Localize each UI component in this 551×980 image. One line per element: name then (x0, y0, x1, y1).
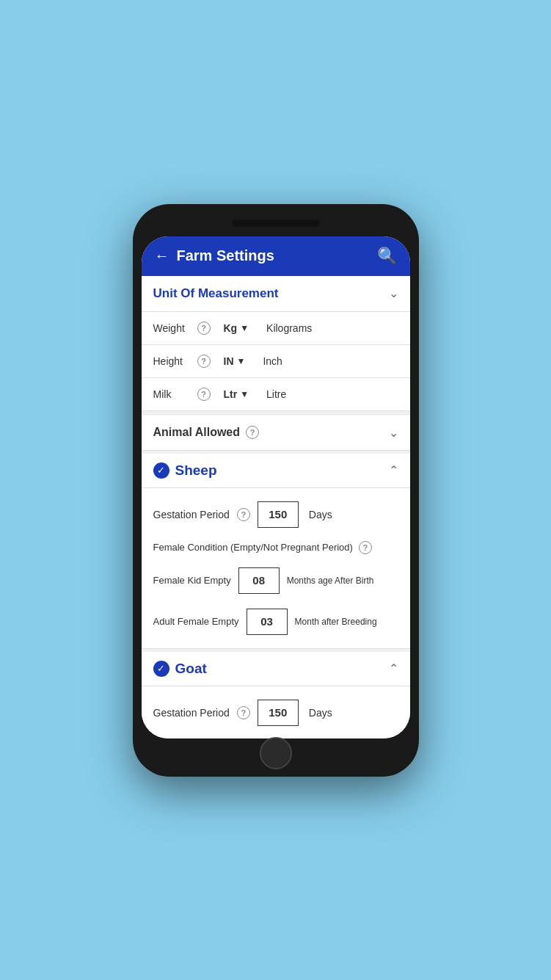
search-icon[interactable]: 🔍 (377, 247, 397, 266)
sheep-check-icon: ✓ (153, 462, 169, 479)
height-label: Height (153, 355, 190, 367)
sheep-header[interactable]: ✓ Sheep ⌃ (142, 454, 410, 488)
animal-allowed-title: Animal Allowed (153, 426, 241, 439)
height-unit-code: IN (224, 355, 234, 367)
notch-bar (232, 219, 320, 227)
phone-shell: ← Farm Settings 🔍 Unit Of Measurement ⌄ … (133, 204, 419, 777)
sheep-female-condition-help-icon[interactable]: ? (359, 541, 372, 554)
animal-allowed-section-header[interactable]: Animal Allowed ? ⌄ (142, 411, 410, 451)
milk-dropdown-icon: ▼ (240, 389, 249, 399)
unit-of-measurement-chevron-icon: ⌄ (389, 286, 398, 300)
weight-dropdown-icon: ▼ (240, 323, 249, 333)
milk-unit-select[interactable]: Ltr ▼ (218, 385, 255, 403)
goat-header-left: ✓ Goat (153, 661, 207, 677)
milk-unit-code: Ltr (224, 388, 238, 400)
sheep-adult-female-label: Adult Female Empty (153, 616, 239, 627)
goat-title: Goat (175, 661, 207, 677)
animal-allowed-title-group: Animal Allowed ? (153, 426, 260, 439)
milk-help-icon[interactable]: ? (197, 388, 211, 401)
sheep-section: ✓ Sheep ⌃ Gestation Period ? Days (142, 451, 410, 649)
animal-allowed-help-icon[interactable]: ? (246, 426, 259, 439)
animal-allowed-chevron-icon: ⌄ (389, 426, 398, 440)
sheep-female-condition-label: Female Condition (Empty/Not Pregnant Per… (153, 542, 353, 553)
goat-header[interactable]: ✓ Goat ⌃ (142, 652, 410, 686)
weight-row: Weight ? Kg ▼ Kilograms (142, 312, 410, 345)
sheep-female-kid-unit: Months age After Birth (287, 576, 374, 586)
unit-of-measurement-section-header[interactable]: Unit Of Measurement ⌄ (142, 276, 410, 312)
page-title: Farm Settings (177, 247, 274, 264)
sheep-gestation-label: Gestation Period (153, 509, 230, 520)
milk-label: Milk (153, 388, 190, 400)
sheep-gestation-help-icon[interactable]: ? (237, 508, 250, 521)
height-row: Height ? IN ▼ Inch (142, 345, 410, 378)
weight-label: Weight (153, 322, 190, 334)
weight-help-icon[interactable]: ? (197, 322, 211, 335)
goat-gestation-input[interactable] (258, 700, 299, 726)
height-unit-name: Inch (263, 355, 282, 367)
sheep-title: Sheep (175, 462, 217, 479)
phone-screen: ← Farm Settings 🔍 Unit Of Measurement ⌄ … (142, 236, 410, 738)
header-left: ← Farm Settings (155, 247, 274, 264)
sheep-chevron-icon: ⌃ (389, 463, 398, 477)
main-content: Unit Of Measurement ⌄ Weight ? Kg ▼ Kilo… (142, 276, 410, 738)
height-help-icon[interactable]: ? (197, 355, 211, 368)
goat-gestation-unit: Days (309, 707, 332, 719)
unit-of-measurement-title: Unit Of Measurement (153, 286, 279, 301)
sheep-female-kid-row: Female Kid Empty Months age After Birth (142, 560, 410, 601)
sheep-content: Gestation Period ? Days Female Condition… (142, 488, 410, 648)
app-header: ← Farm Settings 🔍 (142, 236, 410, 276)
sheep-female-kid-input[interactable] (238, 567, 280, 594)
weight-unit-name: Kilograms (266, 322, 312, 334)
goat-gestation-label: Gestation Period (153, 707, 230, 719)
goat-content: Gestation Period ? Days Female Condition… (142, 686, 410, 738)
home-button[interactable] (260, 737, 292, 769)
goat-chevron-icon: ⌃ (389, 661, 398, 675)
weight-unit-select[interactable]: Kg ▼ (218, 319, 255, 337)
sheep-female-kid-label: Female Kid Empty (153, 575, 231, 586)
goat-check-icon: ✓ (153, 661, 169, 677)
sheep-gestation-input[interactable] (258, 501, 299, 528)
height-dropdown-icon: ▼ (237, 356, 246, 366)
goat-gestation-row: Gestation Period ? Days (142, 692, 410, 733)
phone-bottom (142, 738, 410, 768)
back-button[interactable]: ← (155, 247, 169, 264)
sheep-adult-female-unit: Month after Breeding (295, 617, 377, 627)
sheep-adult-female-row: Adult Female Empty Month after Breeding (142, 601, 410, 642)
weight-unit-code: Kg (224, 322, 238, 334)
sheep-adult-female-input[interactable] (247, 609, 288, 635)
goat-section: ✓ Goat ⌃ Gestation Period ? Days (142, 649, 410, 738)
sheep-female-condition-row: Female Condition (Empty/Not Pregnant Per… (142, 535, 410, 560)
sheep-gestation-row: Gestation Period ? Days (142, 494, 410, 535)
sheep-gestation-unit: Days (309, 509, 332, 520)
sheep-header-left: ✓ Sheep (153, 462, 217, 479)
milk-row: Milk ? Ltr ▼ Litre (142, 378, 410, 411)
goat-gestation-help-icon[interactable]: ? (237, 706, 250, 719)
height-unit-select[interactable]: IN ▼ (218, 352, 252, 370)
milk-unit-name: Litre (266, 388, 286, 400)
phone-notch (142, 213, 410, 233)
